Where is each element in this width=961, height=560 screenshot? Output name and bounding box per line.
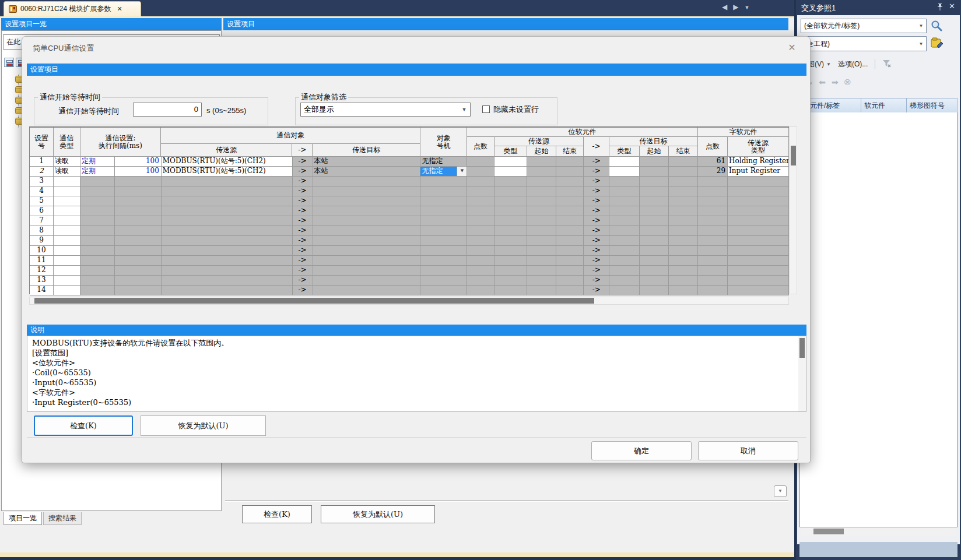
- cell-comm-type[interactable]: 读取: [54, 157, 80, 167]
- cell-target-station: [420, 286, 467, 295]
- note-vertical-scrollbar[interactable]: [798, 336, 806, 411]
- cell-word-src-type[interactable]: Holding Register: [728, 157, 789, 167]
- search-icon[interactable]: [930, 19, 948, 33]
- panel-close-icon[interactable]: ✕: [949, 2, 955, 10]
- tab-list-icon[interactable]: ▼: [744, 3, 749, 11]
- scrollbar-thumb[interactable]: [791, 146, 796, 165]
- cell-bit-src-type[interactable]: [494, 167, 527, 177]
- chevron-down-icon[interactable]: ▼: [458, 107, 470, 112]
- menu-divider: [875, 59, 875, 69]
- cell-arrow: ->: [584, 226, 609, 236]
- dialog-close-icon[interactable]: ✕: [785, 41, 799, 55]
- cell-word-src-type[interactable]: Input Register: [728, 167, 789, 177]
- table-horizontal-scrollbar[interactable]: [29, 297, 789, 305]
- cancel-button[interactable]: 取消: [698, 441, 798, 460]
- cell-bit-src-type[interactable]: [494, 157, 527, 167]
- cell-comm-type[interactable]: 读取: [54, 167, 80, 177]
- cell-comm-type[interactable]: [54, 286, 80, 295]
- cell-interval[interactable]: 100: [115, 167, 162, 177]
- options-menu[interactable]: 选项(O)...: [838, 59, 868, 69]
- cell-arrow: ->: [584, 286, 609, 295]
- cell-bit-dst-type[interactable]: [609, 167, 640, 177]
- cell-comm-type[interactable]: [54, 256, 80, 266]
- cell-interval: [115, 186, 162, 196]
- tab-module-parameter[interactable]: 0060:RJ71C24 模块扩展参数 ✕: [3, 1, 141, 16]
- device-filter-combobox[interactable]: (全部软元件/标签) ▼: [801, 19, 927, 33]
- tab-item-list[interactable]: 项目一览: [3, 512, 42, 525]
- cell-transfer-target: [313, 266, 421, 276]
- tab-next-icon[interactable]: ▶: [733, 3, 738, 11]
- cell-setting-no[interactable]: 8: [30, 226, 54, 236]
- cell-target-station: [420, 177, 467, 186]
- cell-comm-type[interactable]: [54, 276, 80, 286]
- cell-schedule[interactable]: 定期: [80, 167, 115, 177]
- cell-comm-type[interactable]: [54, 226, 80, 236]
- header-word-points: 点数: [698, 137, 728, 157]
- pin-icon[interactable]: [936, 3, 944, 13]
- view-menu-arrow-icon[interactable]: ▼: [826, 62, 831, 67]
- result-list[interactable]: [799, 112, 958, 527]
- cell-bit-src-end: [556, 206, 584, 216]
- header-interval: 通信设置: 执行间隔(ms): [80, 128, 162, 157]
- pane-scroll-down-button[interactable]: ▼: [774, 485, 787, 497]
- scrollbar-thumb[interactable]: [799, 338, 805, 358]
- table-vertical-scrollbar[interactable]: [789, 126, 797, 294]
- cell-bit-dst-type: [609, 266, 640, 276]
- cell-setting-no[interactable]: 7: [30, 216, 54, 226]
- cell-word-src-type: [728, 276, 789, 286]
- cell-setting-no[interactable]: 14: [30, 286, 54, 295]
- cell-bit-dst-type[interactable]: [609, 157, 640, 167]
- chevron-down-icon[interactable]: ▼: [457, 167, 467, 176]
- cell-bit-src-end: [556, 216, 584, 226]
- cell-setting-no[interactable]: 2: [30, 167, 54, 177]
- cell-comm-type[interactable]: [54, 216, 80, 226]
- cell-setting-no[interactable]: 4: [30, 186, 54, 196]
- target-filter-dropdown[interactable]: 全部显示 ▼: [300, 103, 471, 117]
- cell-comm-type[interactable]: [54, 196, 80, 206]
- cell-interval[interactable]: 100: [115, 157, 162, 167]
- tree-expand-icon[interactable]: [4, 58, 14, 67]
- cell-comm-type[interactable]: [54, 177, 80, 186]
- result-horizontal-scrollbar[interactable]: [801, 527, 956, 536]
- cell-comm-type[interactable]: [54, 186, 80, 196]
- cell-setting-no[interactable]: 13: [30, 276, 54, 286]
- result-column-headers: 软元件/标签 软元件 梯形图符号: [799, 98, 958, 113]
- cell-setting-no[interactable]: 12: [30, 266, 54, 276]
- cell-setting-no[interactable]: 11: [30, 256, 54, 266]
- cell-setting-no[interactable]: 3: [30, 177, 54, 186]
- tab-prev-icon[interactable]: ◀: [722, 3, 727, 11]
- settings-tool-icon[interactable]: [930, 37, 948, 51]
- tab-search-result[interactable]: 搜索结果: [43, 512, 82, 525]
- background-check-button[interactable]: 检查(K): [242, 505, 312, 523]
- check-button[interactable]: 检查(K): [34, 415, 133, 436]
- chevron-down-icon[interactable]: ▼: [916, 23, 926, 29]
- cell-comm-type[interactable]: [54, 246, 80, 256]
- device-filter-value: (全部软元件/标签): [801, 21, 916, 31]
- cell-target-station: [420, 206, 467, 216]
- cell-setting-no[interactable]: 1: [30, 157, 54, 167]
- cell-comm-type[interactable]: [54, 266, 80, 276]
- chevron-down-icon[interactable]: ▼: [916, 41, 926, 47]
- cell-setting-no[interactable]: 5: [30, 196, 54, 206]
- cell-target-station-combo[interactable]: 无指定▼: [420, 167, 467, 177]
- cell-arrow: ->: [584, 246, 609, 256]
- scrollbar-thumb[interactable]: [34, 298, 594, 304]
- cell-setting-no[interactable]: 6: [30, 206, 54, 216]
- scrollbar-thumb[interactable]: [813, 529, 844, 534]
- cell-setting-no[interactable]: 10: [30, 246, 54, 256]
- ok-button[interactable]: 确定: [591, 441, 692, 460]
- cell-comm-type[interactable]: [54, 206, 80, 216]
- cell-interval: [115, 206, 162, 216]
- background-restore-default-button[interactable]: 恢复为默认(U): [321, 505, 435, 523]
- scope-combobox[interactable]: (全工程) ▼: [801, 36, 927, 51]
- cell-comm-type[interactable]: [54, 236, 80, 246]
- cell-transfer-source[interactable]: MODBUS(RTU)(站号:5)(CH2): [162, 157, 293, 167]
- restore-default-button[interactable]: 恢复为默认(U): [141, 415, 266, 436]
- cell-transfer-source[interactable]: MODBUS(RTU)(站号:5)(CH2): [162, 167, 293, 177]
- cell-setting-no[interactable]: 9: [30, 236, 54, 246]
- hide-unset-rows-checkbox[interactable]: [482, 105, 490, 113]
- cell-schedule[interactable]: 定期: [80, 157, 115, 167]
- wait-time-input[interactable]: 0: [133, 103, 202, 117]
- header-word-src-type: 传送源 类型: [728, 137, 789, 157]
- tab-close-icon[interactable]: ✕: [117, 5, 122, 13]
